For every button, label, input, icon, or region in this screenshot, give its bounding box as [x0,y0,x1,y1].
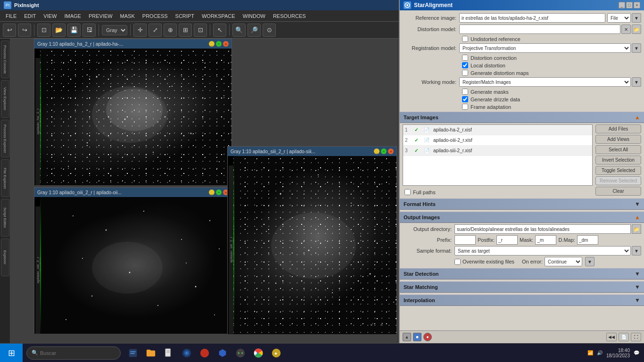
frame-adaptation-checkbox[interactable] [462,104,468,110]
star-detection-section-header[interactable]: Star Detection ▼ [400,268,644,280]
dialog-maximize-button[interactable]: □ [626,2,633,8]
postfix-input[interactable] [496,235,518,245]
working-mode-select[interactable]: Register/Match Images [459,77,631,87]
footer-icon-square[interactable]: ■ [413,333,421,341]
taskbar-icon-document[interactable] [161,346,176,361]
star-matching-section-header[interactable]: Star Matching ▼ [400,281,644,293]
select-all-button[interactable]: Select All [595,145,641,154]
generate-distortion-maps-checkbox[interactable] [462,70,468,76]
sidebar-tab-process-explorer[interactable]: Process Explorer [1,120,9,157]
menu-resources[interactable]: RESOURCES [269,12,310,20]
image-maximize-ha[interactable]: + [216,41,222,47]
menu-view[interactable]: VIEW [40,12,60,20]
image-close-ha[interactable]: × [223,41,229,47]
crosshair-button[interactable]: ✛ [133,24,147,37]
sidebar-tab-script-editor[interactable]: Script Editor [1,199,9,237]
distortion-model-clear-btn[interactable]: ✕ [621,25,631,34]
on-error-dropdown-btn[interactable]: ▼ [585,257,594,266]
zoom-out-button[interactable]: 🔎 [248,24,261,37]
fit-button[interactable]: ⤢ [149,24,162,37]
full-paths-checkbox[interactable] [405,189,411,195]
dmap-input[interactable] [577,235,598,245]
reference-image-input[interactable] [459,13,605,23]
local-distortion-checkbox[interactable] [462,62,468,68]
menu-script[interactable]: SCRIPT [172,12,198,20]
image-minimize-oiii[interactable]: _ [209,189,215,195]
registration-model-dropdown-btn[interactable]: ▼ [632,43,641,53]
taskbar-icon-files[interactable] [125,346,140,361]
taskbar-search-box[interactable]: 🔍 [26,346,121,360]
add-files-button[interactable]: Add Files [595,124,641,133]
reference-image-type-select[interactable]: File [607,13,631,23]
target-images-section-header[interactable]: Target Images ▲ [400,112,644,123]
color-mode-select[interactable]: Gray [102,25,127,35]
distortion-correction-checkbox[interactable] [462,55,468,61]
working-mode-dropdown-btn[interactable]: ▼ [632,77,641,87]
target-row-1[interactable]: 1 ✓ 📄 apilado-ha-2_r.xisf [403,125,592,135]
output-directory-input[interactable] [454,224,631,234]
footer-btn-3[interactable]: ⛶ [631,333,641,341]
sidebar-tab-view-explorer[interactable]: View Explorer [1,80,9,118]
zoom-center-button[interactable]: ⊞ [179,24,192,37]
undo-button[interactable]: ↩ [3,24,16,37]
prefix-input[interactable] [454,235,476,245]
taskbar-icon-folder[interactable] [143,346,158,361]
taskbar-search-input[interactable] [40,350,116,356]
target-row-3[interactable]: 3 ✓ 📄 apilado-siii-2_r.xisf [403,146,592,156]
taskbar-icon-pixinsight[interactable] [179,346,194,361]
image-maximize-siii[interactable]: + [381,148,387,154]
generate-drizzle-data-checkbox[interactable] [462,96,468,102]
output-directory-folder-btn[interactable]: 📁 [632,224,641,234]
image-close-siii[interactable]: × [388,148,394,154]
target-row-2[interactable]: 2 ✓ 📄 apilado-oiii-2_r.xisf [403,135,592,146]
open-button[interactable]: 📂 [52,24,66,37]
undistorted-reference-checkbox[interactable] [462,36,468,42]
start-button[interactable]: ⊞ [0,344,23,362]
footer-icon-circle[interactable]: ● [423,333,432,341]
pointer-button[interactable]: ↖ [213,24,226,37]
cursor-tool-button[interactable]: ⊡ [37,24,50,37]
footer-icon-triangle[interactable]: ▲ [403,333,411,341]
zoom-real-button[interactable]: ⊙ [263,24,276,37]
clear-button[interactable]: Clear [595,187,641,196]
save-button[interactable]: 💾 [67,24,81,37]
mask-input[interactable] [535,235,556,245]
distortion-model-input[interactable] [459,25,620,34]
distortion-model-folder-btn[interactable]: 📁 [632,25,641,34]
menu-window[interactable]: WINDOW [239,12,269,20]
menu-workspace[interactable]: WORKSPACE [198,12,239,20]
taskbar-icon-chrome[interactable] [251,346,266,361]
footer-btn-1[interactable]: ◀◀ [606,333,617,341]
interpolation-section-header[interactable]: Interpolation ▼ [400,295,644,306]
add-views-button[interactable]: Add Views [595,135,641,144]
taskbar-icon-misc[interactable]: ★ [269,346,284,361]
generate-masks-checkbox[interactable] [462,89,468,95]
save-as-button[interactable]: 🖫 [83,24,96,37]
footer-btn-2[interactable]: 📄 [619,333,629,341]
dialog-minimize-button[interactable]: _ [619,2,625,8]
toggle-selected-button[interactable]: Toggle Selected [595,166,641,175]
menu-mask[interactable]: MASK [116,12,139,20]
overwrite-checkbox[interactable] [454,259,461,265]
image-minimize-ha[interactable]: _ [209,41,215,47]
image-maximize-oiii[interactable]: + [216,189,222,195]
redo-button[interactable]: ↪ [18,24,31,37]
dialog-close-button[interactable]: × [634,2,640,8]
sidebar-tab-explorer[interactable]: Explorer [1,239,9,276]
sample-format-dropdown-btn[interactable]: ▼ [632,246,641,255]
taskbar-icon-blue-gem[interactable] [215,346,230,361]
zoom-in-button[interactable]: ⊕ [164,24,177,37]
format-hints-section-header[interactable]: Format Hints ▼ [400,198,644,210]
taskbar-icon-game[interactable] [233,346,248,361]
menu-preview[interactable]: PREVIEW [85,12,116,20]
sidebar-tab-process-console[interactable]: Process Console [1,41,9,78]
menu-image[interactable]: IMAGE [60,12,84,20]
zoom-fit-button[interactable]: ⊡ [194,24,207,37]
image-minimize-siii[interactable]: _ [374,148,380,154]
menu-edit[interactable]: EDIT [20,12,40,20]
sample-format-select[interactable]: Same as target [454,246,631,255]
output-images-section-header[interactable]: Output Images ▲ [400,212,644,223]
on-error-select[interactable]: Continue [545,257,582,266]
taskbar-icon-red-app[interactable] [197,346,212,361]
registration-model-select[interactable]: Projective Transformation [459,43,631,53]
